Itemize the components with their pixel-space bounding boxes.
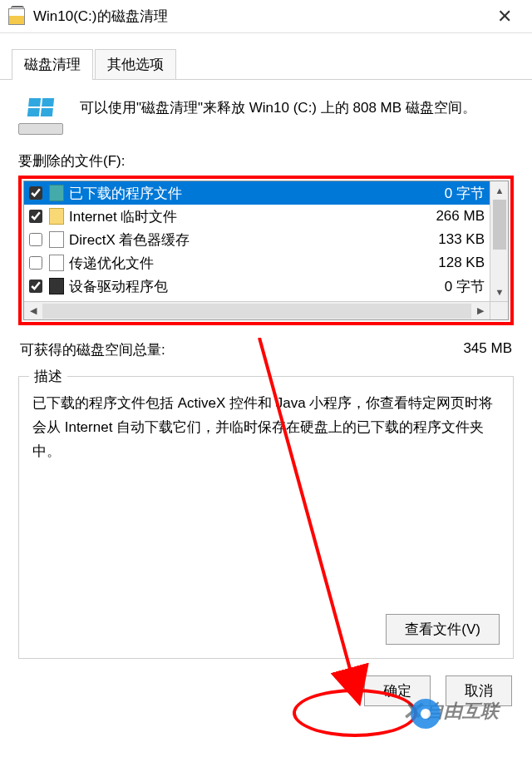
titlebar: Win10(C:)的磁盘清理 ✕ bbox=[0, 0, 532, 33]
scroll-down-icon[interactable]: ▼ bbox=[490, 283, 509, 301]
scroll-left-icon[interactable]: ◀ bbox=[24, 302, 42, 320]
disk-cleanup-icon bbox=[8, 8, 25, 25]
file-row[interactable]: DirectX 着色器缓存133 KB bbox=[24, 228, 490, 251]
vertical-scrollbar[interactable]: ▲ ▼ bbox=[490, 181, 508, 301]
dark-icon bbox=[49, 278, 64, 294]
file-row[interactable]: 已下载的程序文件0 字节 bbox=[24, 181, 490, 205]
scroll-thumb[interactable] bbox=[493, 200, 506, 250]
view-files-button[interactable]: 查看文件(V) bbox=[386, 614, 500, 645]
intro-text: 可以使用"磁盘清理"来释放 Win10 (C:) 上的 808 MB 磁盘空间。 bbox=[80, 96, 514, 119]
tab-other-options[interactable]: 其他选项 bbox=[95, 49, 176, 80]
file-checkbox[interactable] bbox=[29, 256, 42, 270]
file-size: 266 MB bbox=[418, 208, 485, 225]
watermark-dot-icon bbox=[411, 699, 441, 729]
lock-icon bbox=[49, 208, 64, 225]
file-size: 128 KB bbox=[418, 255, 485, 271]
file-list[interactable]: 已下载的程序文件0 字节Internet 临时文件266 MBDirectX 着… bbox=[23, 181, 509, 320]
file-checkbox[interactable] bbox=[29, 280, 42, 293]
file-row[interactable]: 传递优化文件128 KB bbox=[24, 251, 490, 275]
file-name: 已下载的程序文件 bbox=[69, 184, 418, 203]
description-group: 描述 已下载的程序文件包括 ActiveX 控件和 Java 小程序，你查看特定… bbox=[18, 376, 514, 659]
file-checkbox[interactable] bbox=[29, 233, 42, 246]
file-size: 133 KB bbox=[418, 231, 485, 248]
file-size: 0 字节 bbox=[418, 184, 485, 203]
intro-row: 可以使用"磁盘清理"来释放 Win10 (C:) 上的 808 MB 磁盘空间。 bbox=[18, 96, 514, 135]
total-space-row: 可获得的磁盘空间总量: 345 MB bbox=[18, 340, 514, 359]
drive-icon bbox=[18, 98, 63, 135]
file-size: 0 字节 bbox=[418, 277, 485, 296]
file-row[interactable]: Internet 临时文件266 MB bbox=[24, 205, 490, 228]
file-name: Internet 临时文件 bbox=[69, 207, 418, 226]
file-list-highlight: 已下载的程序文件0 字节Internet 临时文件266 MBDirectX 着… bbox=[18, 176, 514, 325]
total-space-label: 可获得的磁盘空间总量: bbox=[20, 340, 165, 359]
file-icon bbox=[49, 231, 64, 248]
file-checkbox[interactable] bbox=[29, 186, 42, 200]
horizontal-scrollbar[interactable]: ◀ ▶ bbox=[24, 301, 490, 319]
file-checkbox[interactable] bbox=[29, 210, 42, 223]
tab-disk-cleanup[interactable]: 磁盘清理 bbox=[12, 49, 93, 80]
files-to-delete-label: 要删除的文件(F): bbox=[18, 151, 514, 171]
file-name: 设备驱动程序包 bbox=[69, 277, 418, 296]
file-name: DirectX 着色器缓存 bbox=[69, 230, 418, 250]
file-row[interactable]: 设备驱动程序包0 字节 bbox=[24, 275, 490, 298]
window-title: Win10(C:)的磁盘清理 bbox=[33, 7, 485, 26]
tab-bar: 磁盘清理 其他选项 bbox=[0, 33, 532, 80]
close-button[interactable]: ✕ bbox=[485, 0, 524, 33]
scroll-up-icon[interactable]: ▲ bbox=[490, 181, 509, 200]
description-text: 已下载的程序文件包括 ActiveX 控件和 Java 小程序，你查看特定网页时… bbox=[32, 392, 500, 464]
description-legend: 描述 bbox=[29, 367, 67, 386]
folder-icon bbox=[49, 185, 64, 201]
total-space-value: 345 MB bbox=[463, 340, 512, 359]
file-icon bbox=[49, 255, 64, 271]
file-name: 传递优化文件 bbox=[69, 254, 418, 273]
content-area: 可以使用"磁盘清理"来释放 Win10 (C:) 上的 808 MB 磁盘空间。… bbox=[0, 80, 532, 659]
scroll-right-icon[interactable]: ▶ bbox=[471, 302, 490, 320]
